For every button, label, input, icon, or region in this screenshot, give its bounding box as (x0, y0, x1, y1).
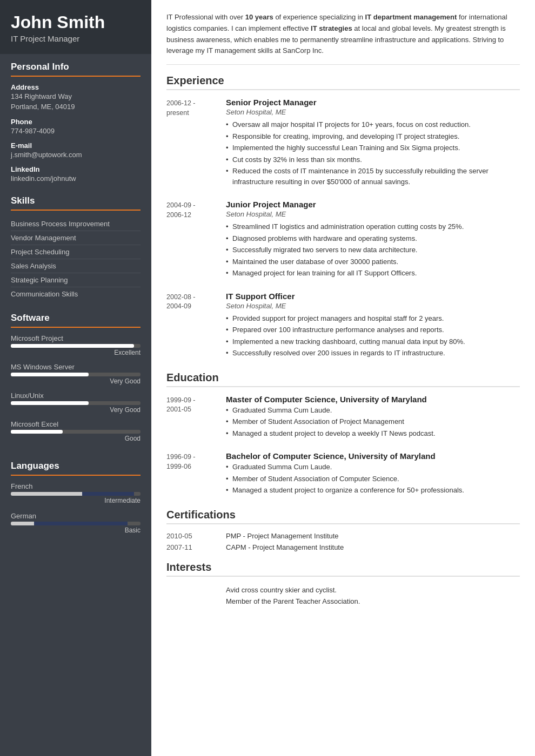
entry-title: Master of Computer Science, University o… (226, 395, 520, 404)
certifications-section: Certifications 2010-05 PMP - Project Man… (166, 509, 520, 551)
entry-item: 1996-09 -1999-06 Bachelor of Computer Sc… (166, 451, 520, 497)
entry-date: 1999-09 -2001-05 (166, 395, 226, 440)
bullet-item: Graduated Summa Cum Laude. (226, 405, 520, 416)
software-item: Linux/Unix Very Good (11, 392, 141, 414)
bullet-item: Member of Student Association of Compute… (226, 474, 520, 484)
bullet-item: Responsible for creating, improving, and… (226, 131, 520, 142)
skill-item: Business Process Improvement (11, 217, 141, 231)
entry-bullets: Oversaw all major hospital IT projects f… (226, 119, 520, 187)
skills-section: Skills Business Process ImprovementVendo… (0, 188, 151, 305)
education-title: Education (166, 372, 520, 387)
language-item: French Intermediate (11, 482, 141, 504)
linkedin-label: LinkedIn (11, 165, 141, 173)
sidebar-header: John Smith IT Project Manager (0, 0, 151, 54)
skill-item: Sales Analysis (11, 259, 141, 273)
certifications-title: Certifications (166, 509, 520, 524)
entry-bullets: Graduated Summa Cum Laude.Member of Stud… (226, 462, 520, 496)
bullet-item: Oversaw all major hospital IT projects f… (226, 119, 520, 130)
software-level: Very Good (11, 406, 141, 414)
software-list: Microsoft Project Excellent MS Windows S… (11, 334, 141, 442)
language-name: German (11, 512, 141, 520)
interest-item: Member of the Parent Teacher Association… (226, 596, 520, 607)
email-value: j.smith@uptowork.com (11, 150, 141, 160)
entry-company: Seton Hospital, ME (226, 108, 520, 116)
address-label: Address (11, 83, 141, 91)
entry-content: Junior Project Manager Seton Hospital, M… (226, 200, 520, 280)
bullet-item: Prepared over 100 infrastructure perform… (226, 325, 520, 335)
bullet-item: Implemented the highly successful Lean T… (226, 143, 520, 153)
candidate-name: John Smith (11, 13, 141, 32)
sidebar: John Smith IT Project Manager Personal I… (0, 0, 151, 756)
interest-item: Avid cross country skier and cyclist. (226, 584, 520, 596)
cert-date: 2007-11 (166, 543, 226, 551)
entry-bullets: Graduated Summa Cum Laude.Member of Stud… (226, 405, 520, 439)
interests-section: Interests Avid cross country skier and c… (166, 561, 520, 607)
software-item: Microsoft Excel Good (11, 420, 141, 442)
experience-title: Experience (166, 75, 520, 90)
software-level: Excellent (11, 349, 141, 356)
entry-content: Master of Computer Science, University o… (226, 395, 520, 440)
bullet-item: Streamlined IT logistics and administrat… (226, 221, 520, 232)
entry-bullets: Provided support for project managers an… (226, 313, 520, 359)
language-level: Intermediate (11, 497, 141, 504)
language-name: French (11, 482, 141, 490)
entry-item: 2002-08 -2004-09 IT Support Officer Seto… (166, 292, 520, 360)
interests-title: Interests (166, 561, 520, 577)
bullet-item: Member of Student Association of Project… (226, 416, 520, 427)
software-title: Software (11, 313, 141, 328)
entry-item: 1999-09 -2001-05 Master of Computer Scie… (166, 395, 520, 440)
personal-info-section: Personal Info Address 134 Rightward Way … (0, 54, 151, 188)
skills-title: Skills (11, 195, 141, 211)
interests-list: Avid cross country skier and cyclist.Mem… (166, 584, 520, 607)
software-bar (11, 373, 141, 376)
software-section: Software Microsoft Project Excellent MS … (0, 305, 151, 453)
bullet-item: Successfully migrated two servers to new… (226, 245, 520, 255)
entry-title: IT Support Officer (226, 292, 520, 301)
bullet-item: Managed a student project to organize a … (226, 485, 520, 496)
software-item: MS Windows Server Very Good (11, 363, 141, 385)
entry-content: IT Support Officer Seton Hospital, ME Pr… (226, 292, 520, 360)
phone-value: 774-987-4009 (11, 126, 141, 136)
language-bar (11, 492, 141, 496)
main-content: IT Professional with over 10 years of ex… (151, 0, 535, 756)
software-name: Microsoft Excel (11, 420, 141, 428)
skill-item: Vendor Management (11, 231, 141, 245)
experience-section: Experience 2006-12 -present Senior Proje… (166, 75, 520, 360)
email-label: E-mail (11, 141, 141, 150)
summary: IT Professional with over 10 years of ex… (166, 12, 520, 65)
cert-text: PMP - Project Management Institute (226, 532, 339, 540)
bullet-item: Implemented a new tracking dashboard, cu… (226, 336, 520, 347)
software-bar (11, 401, 141, 405)
bullet-item: Successfully resolved over 200 issues in… (226, 348, 520, 359)
education-section: Education 1999-09 -2001-05 Master of Com… (166, 372, 520, 497)
software-name: Microsoft Project (11, 334, 141, 342)
entry-title: Bachelor of Computer Science, University… (226, 451, 520, 461)
bullet-item: Managed project for lean training for al… (226, 268, 520, 279)
entry-title: Senior Project Manager (226, 98, 520, 107)
software-item: Microsoft Project Excellent (11, 334, 141, 356)
bullet-item: Managed a student project to develop a w… (226, 428, 520, 439)
language-item: German Basic (11, 512, 141, 534)
bullet-item: Maintained the user database of over 300… (226, 256, 520, 267)
cert-text: CAPM - Project Management Institute (226, 543, 344, 551)
bullet-item: Graduated Summa Cum Laude. (226, 462, 520, 473)
entry-content: Senior Project Manager Seton Hospital, M… (226, 98, 520, 188)
bullet-item: Diagnosed problems with hardware and ope… (226, 233, 520, 244)
bullet-item: Cut costs by 32% in less than six months… (226, 154, 520, 165)
software-name: MS Windows Server (11, 363, 141, 371)
entry-item: 2004-09 -2006-12 Junior Project Manager … (166, 200, 520, 280)
bullet-item: Reduced the costs of IT maintenance in 2… (226, 166, 520, 187)
cert-date: 2010-05 (166, 532, 226, 540)
skill-item: Project Scheduling (11, 245, 141, 259)
languages-list: French Intermediate German Basic (11, 482, 141, 534)
entry-date: 2002-08 -2004-09 (166, 292, 226, 360)
certification-item: 2010-05 PMP - Project Management Institu… (166, 532, 520, 540)
entry-content: Bachelor of Computer Science, University… (226, 451, 520, 497)
certification-item: 2007-11 CAPM - Project Management Instit… (166, 543, 520, 551)
linkedin-value: linkedin.com/johnutw (11, 174, 141, 184)
address-line2: Portland, ME, 04019 (11, 102, 141, 112)
software-level: Very Good (11, 377, 141, 385)
entry-company: Seton Hospital, ME (226, 210, 520, 218)
entry-date: 2004-09 -2006-12 (166, 200, 226, 280)
personal-info-title: Personal Info (11, 62, 141, 77)
